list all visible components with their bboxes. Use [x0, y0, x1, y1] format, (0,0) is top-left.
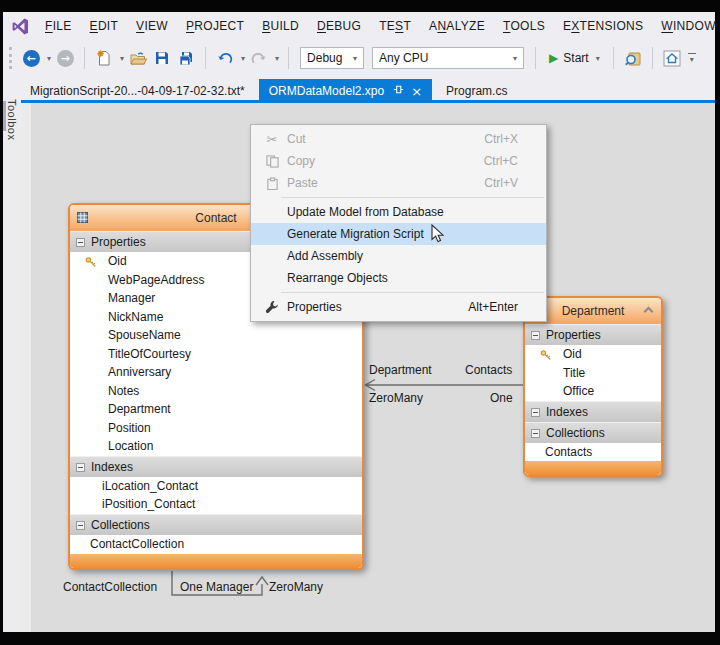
entity-title: Department [562, 304, 625, 318]
new-item-button[interactable] [94, 46, 114, 70]
menu-build[interactable]: BUILD [253, 19, 308, 33]
propertie-row-location[interactable]: Location [70, 437, 362, 456]
section-header-collections[interactable]: Collections [525, 422, 661, 443]
section-header-indexes[interactable]: Indexes [525, 401, 661, 422]
toolbar-grip[interactable] [9, 47, 13, 69]
find-in-files-icon [625, 51, 641, 66]
association-multiplicity-one: One [490, 391, 513, 405]
collection-row-contactcollection[interactable]: ContactCollection [70, 535, 362, 554]
save-button[interactable] [152, 46, 172, 70]
collapse-minus-icon[interactable] [531, 429, 540, 438]
propertie-row-titleofcourtesy[interactable]: TitleOfCourtesy [70, 345, 362, 364]
propertie-row-oid[interactable]: Oid [525, 345, 661, 364]
menu-item-label: Add Assembly [285, 249, 363, 263]
menu-item-add-assembly[interactable]: Add Assembly [251, 245, 546, 267]
propertie-row-title[interactable]: Title [525, 364, 661, 383]
open-file-button[interactable] [128, 46, 148, 70]
toolbar-overflow-button[interactable]: ▾ [688, 53, 696, 64]
collapse-minus-icon[interactable] [531, 408, 540, 417]
menu-tools[interactable]: TOOLS [494, 19, 554, 33]
menu-item-properties[interactable]: PropertiesAlt+Enter [251, 296, 546, 318]
solution-platform-combo[interactable]: Any CPU ▾ [372, 47, 524, 69]
section-label: Collections [91, 518, 150, 532]
menu-edit[interactable]: EDIT [81, 19, 128, 33]
row-label: NickName [108, 310, 163, 324]
self-association-role-label: One Manager [180, 580, 253, 594]
entity-title: Contact [195, 211, 236, 225]
menu-analyze[interactable]: ANALYZE [420, 19, 494, 33]
menu-item-label: Paste [285, 176, 318, 190]
menu-item-cut: ✂CutCtrl+X [251, 128, 546, 150]
menu-item-label: Copy [285, 154, 315, 168]
indexe-row-iposition-contact[interactable]: iPosition_Contact [70, 495, 362, 514]
propertie-row-spousename[interactable]: SpouseName [70, 326, 362, 345]
menu-item-rearrange-objects[interactable]: Rearrange Objects [251, 267, 546, 289]
collapse-chevron-icon[interactable] [644, 307, 654, 317]
indexe-row-ilocation-contact[interactable]: iLocation_Contact [70, 477, 362, 496]
propertie-row-office[interactable]: Office [525, 382, 661, 401]
propertie-row-notes[interactable]: Notes [70, 382, 362, 401]
close-icon[interactable]: × [411, 85, 422, 98]
row-label: TitleOfCourtesy [108, 347, 191, 361]
entity-department[interactable]: DepartmentPropertiesOidTitleOfficeIndexe… [523, 296, 663, 477]
save-all-button[interactable] [176, 46, 196, 70]
toolbar-separator [205, 47, 206, 69]
row-label: Notes [108, 384, 139, 398]
section-header-indexes[interactable]: Indexes [70, 456, 362, 477]
redo-dropdown-caret[interactable]: ▾ [275, 54, 279, 63]
collapse-minus-icon[interactable] [76, 521, 85, 530]
find-in-files-button[interactable] [623, 46, 643, 70]
menu-window[interactable]: WINDOW [652, 19, 720, 33]
navigate-forward-button[interactable]: → [55, 46, 75, 70]
toolbox-strip[interactable]: Toolbox [3, 103, 22, 632]
menu-project[interactable]: PROJECT [177, 19, 253, 33]
menu-extensions[interactable]: EXTENSIONS [554, 19, 652, 33]
propertie-row-department[interactable]: Department [70, 400, 362, 419]
bottom-bar [0, 632, 720, 645]
row-label: iLocation_Contact [102, 479, 198, 493]
menu-test[interactable]: TEST [370, 19, 420, 33]
collapse-minus-icon[interactable] [76, 238, 85, 247]
row-label: iPosition_Contact [102, 497, 195, 511]
collapse-minus-icon[interactable] [76, 463, 85, 472]
table-grid-icon [77, 212, 88, 226]
menu-view[interactable]: VIEW [127, 19, 177, 33]
section-header-collections[interactable]: Collections [70, 514, 362, 535]
play-icon: ▶ [549, 51, 558, 65]
collection-row-contacts[interactable]: Contacts [525, 443, 661, 462]
menu-file[interactable]: FILE [36, 19, 81, 33]
navigate-back-button[interactable]: ← [21, 46, 41, 70]
canvas-left-margin [22, 103, 31, 632]
start-label: Start [563, 51, 588, 65]
section-label: Indexes [546, 405, 588, 419]
solution-configuration-value: Debug [307, 51, 342, 65]
row-label: Position [108, 421, 151, 435]
menu-item-label: Cut [285, 132, 306, 146]
menu-item-paste: PasteCtrl+V [251, 172, 546, 194]
undo-dropdown-caret[interactable]: ▾ [241, 54, 245, 63]
menu-item-update-model-from-database[interactable]: Update Model from Database [251, 201, 546, 223]
back-dropdown-caret[interactable]: ▾ [47, 54, 51, 63]
collapse-minus-icon[interactable] [531, 331, 540, 340]
toolbar-separator [288, 47, 289, 69]
propertie-row-anniversary[interactable]: Anniversary [70, 363, 362, 382]
row-label: Department [108, 402, 171, 416]
section-header-properties[interactable]: Properties [525, 324, 661, 345]
designer-canvas[interactable]: Department Contacts ZeroMany One Contact… [22, 103, 715, 632]
menu-item-label: Properties [285, 300, 342, 314]
entity-footer [525, 461, 661, 475]
menu-debug[interactable]: DEBUG [308, 19, 370, 33]
toolbar-separator [535, 47, 536, 69]
menu-item-generate-migration-script[interactable]: Generate Migration Script [251, 223, 546, 245]
new-item-dropdown-caret[interactable]: ▾ [120, 54, 124, 63]
visual-studio-logo [11, 17, 30, 36]
solution-configuration-combo[interactable]: Debug ▾ [300, 47, 364, 69]
undo-icon [217, 51, 233, 66]
solution-explorer-button[interactable] [662, 46, 682, 70]
redo-button[interactable] [249, 46, 269, 70]
undo-button[interactable] [215, 46, 235, 70]
pin-icon[interactable] [393, 84, 404, 98]
start-debugging-button[interactable]: ▶ Start ▾ [545, 51, 604, 65]
propertie-row-position[interactable]: Position [70, 419, 362, 438]
row-label: Office [563, 384, 594, 398]
